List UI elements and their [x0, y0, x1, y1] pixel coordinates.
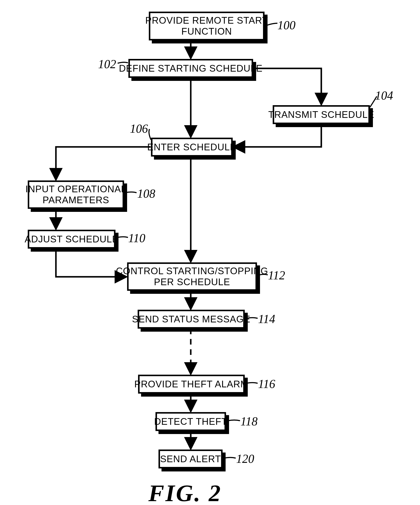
- flowchart-stage: PROVIDE REMOTE START FUNCTION 100 DEFINE…: [0, 0, 420, 505]
- figure-caption: FIG. 2: [148, 480, 222, 505]
- connectors: [0, 0, 420, 505]
